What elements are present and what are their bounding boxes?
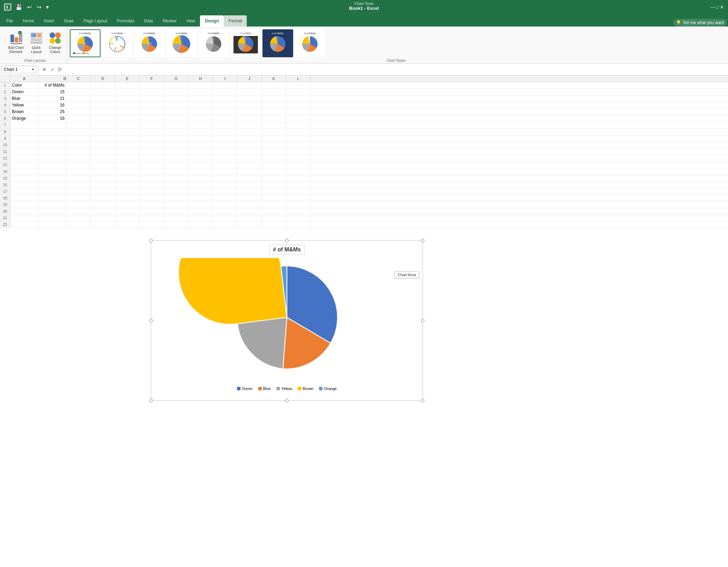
col-header-k[interactable]: K xyxy=(262,75,286,82)
tab-data[interactable]: Data xyxy=(139,15,158,27)
cell-c15[interactable] xyxy=(66,175,91,181)
cell-i8[interactable] xyxy=(213,128,237,135)
cell-b13[interactable] xyxy=(38,162,66,168)
cell-i11[interactable] xyxy=(213,148,237,155)
cell-d22[interactable] xyxy=(91,221,115,228)
cell-k5[interactable] xyxy=(262,109,286,115)
cell-a16[interactable] xyxy=(10,182,38,188)
cell-i22[interactable] xyxy=(213,221,237,228)
cell-l21[interactable] xyxy=(286,215,311,221)
cell-h19[interactable] xyxy=(188,201,213,208)
cell-f8[interactable] xyxy=(140,128,164,135)
cell-i21[interactable] xyxy=(213,215,237,221)
cell-i14[interactable] xyxy=(213,168,237,175)
col-header-e[interactable]: E xyxy=(115,75,140,82)
cell-k10[interactable] xyxy=(262,142,286,148)
cell-d13[interactable] xyxy=(91,162,115,168)
tab-home[interactable]: Home xyxy=(18,15,39,27)
formula-cancel-button[interactable]: ✕ xyxy=(41,66,48,73)
cell-e19[interactable] xyxy=(115,201,140,208)
cell-e5[interactable] xyxy=(115,109,140,115)
cell-f1[interactable] xyxy=(140,82,164,88)
cell-b5[interactable]: 25 xyxy=(38,109,66,115)
chart-style-6[interactable]: # of M&Ms xyxy=(230,29,261,57)
cell-f11[interactable] xyxy=(140,148,164,155)
cell-j20[interactable] xyxy=(237,208,262,214)
cell-d18[interactable] xyxy=(91,195,115,201)
cell-g18[interactable] xyxy=(164,195,188,201)
cell-i15[interactable] xyxy=(213,175,237,181)
cell-h6[interactable] xyxy=(188,115,213,122)
cell-g16[interactable] xyxy=(164,182,188,188)
cell-e10[interactable] xyxy=(115,142,140,148)
cell-l19[interactable] xyxy=(286,201,311,208)
cell-g20[interactable] xyxy=(164,208,188,214)
cell-c3[interactable] xyxy=(66,95,91,102)
cell-l22[interactable] xyxy=(286,221,311,228)
row-number[interactable]: 8 xyxy=(0,128,10,135)
cell-l14[interactable] xyxy=(286,168,311,175)
cell-d17[interactable] xyxy=(91,188,115,194)
cell-e17[interactable] xyxy=(115,188,140,194)
cell-f10[interactable] xyxy=(140,142,164,148)
cell-a3[interactable]: Blue xyxy=(10,95,38,102)
col-header-c[interactable]: C xyxy=(66,75,91,82)
tab-view[interactable]: View xyxy=(181,15,200,27)
cell-j4[interactable] xyxy=(237,102,262,108)
cell-f12[interactable] xyxy=(140,155,164,161)
cell-h14[interactable] xyxy=(188,168,213,175)
cell-j8[interactable] xyxy=(237,128,262,135)
cell-l11[interactable] xyxy=(286,148,311,155)
cell-c8[interactable] xyxy=(66,128,91,135)
cell-f2[interactable] xyxy=(140,89,164,95)
cell-c10[interactable] xyxy=(66,142,91,148)
cell-f20[interactable] xyxy=(140,208,164,214)
cell-a8[interactable] xyxy=(10,128,38,135)
cell-h21[interactable] xyxy=(188,215,213,221)
col-header-b[interactable]: B xyxy=(38,75,66,82)
row-number[interactable]: 2 xyxy=(0,89,10,95)
cell-f19[interactable] xyxy=(140,201,164,208)
tell-me-box[interactable]: 💡 Tell me what you want xyxy=(673,19,727,27)
tab-format[interactable]: Format xyxy=(224,15,247,27)
cell-l16[interactable] xyxy=(286,182,311,188)
cell-i9[interactable] xyxy=(213,135,237,141)
cell-k18[interactable] xyxy=(262,195,286,201)
cell-a21[interactable] xyxy=(10,215,38,221)
cell-d20[interactable] xyxy=(91,208,115,214)
cell-h8[interactable] xyxy=(188,128,213,135)
chart-style-8[interactable]: # of M&Ms xyxy=(295,29,325,57)
cell-l6[interactable] xyxy=(286,115,311,122)
cell-g14[interactable] xyxy=(164,168,188,175)
row-number[interactable]: 17 xyxy=(0,188,10,194)
cell-h2[interactable] xyxy=(188,89,213,95)
cell-h5[interactable] xyxy=(188,109,213,115)
cell-e15[interactable] xyxy=(115,175,140,181)
undo-button[interactable]: ↩ xyxy=(26,3,33,11)
col-header-h[interactable]: H xyxy=(188,75,213,82)
cell-l3[interactable] xyxy=(286,95,311,102)
cell-c5[interactable] xyxy=(66,109,91,115)
row-number[interactable]: 19 xyxy=(0,201,10,208)
cell-l18[interactable] xyxy=(286,195,311,201)
cell-g10[interactable] xyxy=(164,142,188,148)
cell-f13[interactable] xyxy=(140,162,164,168)
cell-b22[interactable] xyxy=(38,221,66,228)
cell-i6[interactable] xyxy=(213,115,237,122)
cell-g21[interactable] xyxy=(164,215,188,221)
cell-f5[interactable] xyxy=(140,109,164,115)
cell-e21[interactable] xyxy=(115,215,140,221)
cell-c12[interactable] xyxy=(66,155,91,161)
cell-d7[interactable] xyxy=(91,122,115,128)
cell-i16[interactable] xyxy=(213,182,237,188)
cell-j11[interactable] xyxy=(237,148,262,155)
cell-f9[interactable] xyxy=(140,135,164,141)
cell-b8[interactable] xyxy=(38,128,66,135)
cell-j12[interactable] xyxy=(237,155,262,161)
cell-a22[interactable] xyxy=(10,221,38,228)
col-header-j[interactable]: J xyxy=(237,75,262,82)
cell-g12[interactable] xyxy=(164,155,188,161)
cell-c4[interactable] xyxy=(66,102,91,108)
tab-file[interactable]: File xyxy=(1,15,18,27)
cell-g22[interactable] xyxy=(164,221,188,228)
